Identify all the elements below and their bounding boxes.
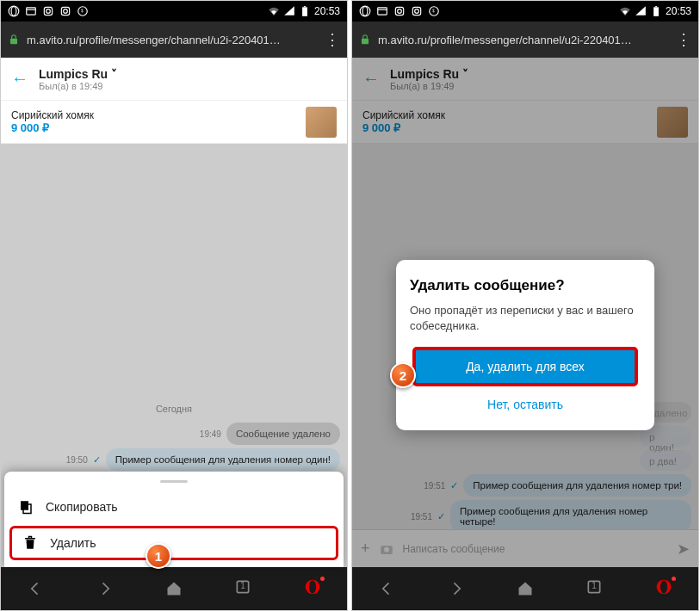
last-seen: Был(а) в 19:49 — [39, 81, 337, 91]
wifi-icon — [268, 5, 280, 17]
svg-rect-24 — [654, 7, 659, 15]
browser-navbar: 1 — [1, 567, 347, 610]
svg-rect-21 — [412, 7, 420, 15]
movie-icon — [376, 5, 388, 17]
dialog-body: Оно пропадёт из переписки у вас и вашего… — [410, 303, 641, 334]
status-time: 20:53 — [314, 5, 340, 17]
movie-icon — [25, 5, 37, 17]
svg-rect-10 — [10, 39, 17, 44]
copy-label: Скопировать — [46, 500, 118, 514]
svg-point-1 — [11, 7, 16, 16]
svg-point-23 — [430, 7, 439, 16]
action-sheet: Скопировать Удалить — [4, 472, 344, 567]
more-icon[interactable]: ⋮ — [325, 30, 340, 49]
opera-menu-icon[interactable] — [655, 578, 672, 599]
nav-back-icon[interactable] — [27, 580, 44, 597]
tabs-count: 1 — [592, 581, 597, 590]
deleted-message: Сообщение удалено — [226, 423, 340, 445]
message-bubble[interactable]: Пример сообщения для удаления номер один… — [106, 448, 340, 471]
android-statusbar: 20:53 — [352, 1, 698, 22]
svg-rect-25 — [655, 6, 657, 7]
svg-rect-3 — [44, 7, 52, 15]
day-label: Сегодня — [8, 404, 340, 414]
svg-point-22 — [415, 9, 419, 14]
cancel-delete-button[interactable]: Нет, оставить — [413, 386, 637, 423]
home-icon[interactable] — [165, 580, 183, 597]
home-icon[interactable] — [517, 580, 534, 597]
msg-time: 19:49 — [200, 429, 221, 439]
battery-icon — [650, 5, 662, 17]
signal-icon — [635, 5, 647, 17]
back-icon[interactable]: ← — [11, 69, 28, 89]
check-icon: ✓ — [93, 454, 101, 466]
svg-point-6 — [64, 9, 68, 14]
copy-icon — [18, 499, 34, 515]
browser-urlbar[interactable]: m.avito.ru/profile/messenger/channel/u2i… — [1, 22, 347, 58]
chat-header: ← Lumpics Ru ˅ Был(а) в 19:49 — [1, 58, 347, 101]
url-text: m.avito.ru/profile/messenger/channel/u2i… — [378, 34, 669, 46]
opera-icon — [359, 5, 371, 17]
delete-label: Удалить — [50, 536, 96, 550]
shazam-icon — [428, 5, 440, 17]
svg-point-7 — [78, 7, 88, 16]
signal-icon — [283, 5, 295, 17]
svg-point-17 — [362, 7, 368, 16]
svg-rect-18 — [378, 8, 387, 15]
svg-point-0 — [9, 6, 19, 16]
msg-time: 19:50 — [66, 455, 88, 465]
listing-thumbnail — [306, 107, 337, 138]
listing-title: Сирийский хомяк — [11, 109, 299, 121]
trash-icon — [22, 535, 38, 551]
opera-icon — [8, 5, 20, 17]
sheet-handle[interactable] — [160, 480, 188, 483]
lock-icon — [8, 34, 20, 46]
tabs-count: 1 — [240, 581, 245, 590]
browser-urlbar[interactable]: m.avito.ru/profile/messenger/channel/u2i… — [352, 22, 698, 58]
nav-forward-icon[interactable] — [448, 580, 465, 597]
svg-rect-2 — [27, 8, 36, 15]
status-time: 20:53 — [666, 5, 691, 17]
phone-left: 20:53 m.avito.ru/profile/messenger/chann… — [0, 0, 348, 611]
notification-dot — [672, 577, 676, 581]
wifi-icon — [619, 5, 631, 17]
listing-bar[interactable]: Сирийский хомяк 9 000 ₽ — [1, 101, 347, 144]
notification-dot — [320, 577, 325, 581]
url-text: m.avito.ru/profile/messenger/channel/u2i… — [27, 34, 318, 46]
svg-rect-19 — [395, 7, 403, 15]
step-badge-2: 2 — [390, 362, 416, 388]
delete-action[interactable]: Удалить — [9, 526, 338, 560]
instagram-icon — [393, 5, 406, 17]
svg-rect-12 — [21, 501, 28, 510]
step-badge-1: 1 — [146, 543, 171, 569]
tabs-button[interactable]: 1 — [234, 578, 251, 599]
svg-point-20 — [398, 9, 402, 14]
svg-point-4 — [46, 9, 51, 14]
opera-menu-icon[interactable] — [304, 578, 321, 599]
shazam-icon — [77, 5, 89, 17]
svg-rect-8 — [302, 7, 307, 15]
instagram-icon — [411, 5, 423, 17]
confirm-dialog: Удалить сообщение? Оно пропадёт из переп… — [396, 260, 654, 430]
svg-rect-26 — [362, 39, 369, 44]
svg-point-15 — [309, 581, 316, 594]
svg-point-31 — [660, 581, 667, 594]
phone-right: 20:53 m.avito.ru/profile/messenger/chann… — [351, 0, 699, 611]
battery-icon — [299, 5, 311, 17]
more-icon[interactable]: ⋮ — [676, 30, 691, 49]
listing-price: 9 000 ₽ — [11, 121, 299, 134]
android-statusbar: 20:53 — [1, 1, 347, 22]
contact-name[interactable]: Lumpics Ru ˅ — [39, 67, 337, 81]
dialog-title: Удалить сообщение? — [410, 277, 641, 294]
confirm-delete-button[interactable]: Да, удалить для всех — [413, 348, 637, 386]
nav-back-icon[interactable] — [378, 580, 395, 597]
tabs-button[interactable]: 1 — [585, 578, 603, 599]
svg-rect-9 — [304, 6, 306, 7]
instagram-icon — [59, 5, 71, 17]
browser-navbar: 1 — [352, 567, 698, 610]
svg-point-16 — [360, 6, 370, 16]
lock-icon — [359, 34, 371, 46]
instagram-icon — [42, 5, 54, 17]
nav-forward-icon[interactable] — [96, 580, 114, 597]
copy-action[interactable]: Скопировать — [4, 490, 344, 524]
svg-rect-5 — [61, 7, 69, 15]
